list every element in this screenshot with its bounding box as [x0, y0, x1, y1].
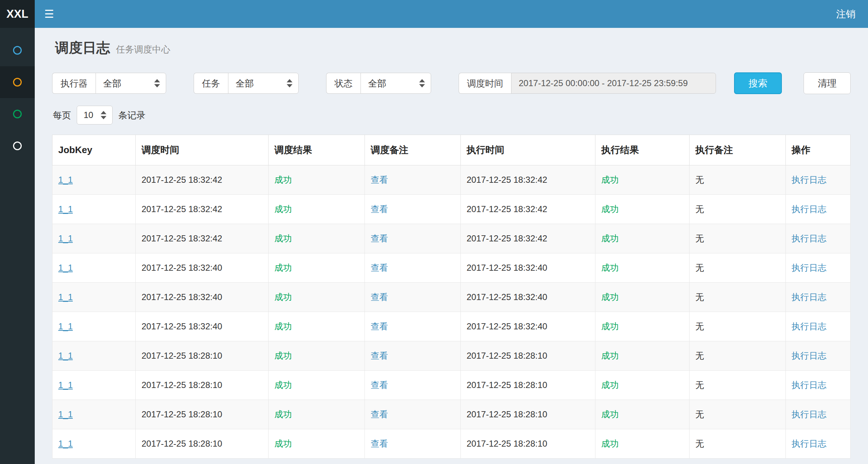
dispatch-remark-link[interactable]: 查看 [371, 204, 388, 214]
jobkey-link[interactable]: 1_1 [58, 351, 73, 360]
exec-log-link[interactable]: 执行日志 [792, 409, 826, 419]
circle-icon [13, 142, 22, 150]
dispatch-remark-link[interactable]: 查看 [371, 439, 388, 448]
executor-select[interactable]: 全部 [96, 73, 166, 94]
exec-log-link[interactable]: 执行日志 [792, 204, 826, 214]
dispatch-remark-link[interactable]: 查看 [371, 263, 388, 273]
page-size-select[interactable]: 10 [77, 106, 113, 125]
exec-time-cell: 2017-12-25 18:28:10 [461, 341, 595, 371]
page-subtitle: 任务调度中心 [116, 44, 170, 54]
select-arrows-icon [287, 79, 292, 88]
dispatch-remark-link[interactable]: 查看 [371, 321, 388, 331]
exec-log-link[interactable]: 执行日志 [792, 263, 826, 273]
select-arrows-icon [154, 79, 160, 88]
exec-time-cell: 2017-12-25 18:32:42 [461, 224, 595, 253]
log-table-container: JobKey调度时间调度结果调度备注执行时间执行结果执行备注操作 1_1 201… [52, 135, 851, 459]
log-table-body: 1_1 2017-12-25 18:32:42 成功 查看 2017-12-25… [52, 165, 851, 459]
dispatch-remark-link[interactable]: 查看 [371, 175, 388, 185]
exec-log-link[interactable]: 执行日志 [792, 351, 826, 360]
dispatch-remark-link[interactable]: 查看 [371, 233, 388, 243]
hamburger-menu-icon[interactable]: ☰ [35, 0, 64, 28]
dispatch-time-range-input[interactable] [511, 73, 716, 94]
circle-icon [13, 46, 22, 55]
search-button[interactable]: 搜索 [734, 72, 782, 94]
dispatch-result-cell: 成功 [269, 400, 365, 429]
dispatch-result-cell: 成功 [269, 165, 365, 195]
exec-time-cell: 2017-12-25 18:32:40 [461, 312, 595, 341]
dispatch-time-cell: 2017-12-25 18:32:42 [136, 195, 269, 224]
sidebar-item-dashboard[interactable] [0, 34, 35, 66]
job-select[interactable]: 全部 [228, 73, 299, 94]
exec-log-link[interactable]: 执行日志 [792, 175, 826, 185]
dispatch-time-cell: 2017-12-25 18:32:40 [136, 283, 269, 312]
exec-log-link[interactable]: 执行日志 [792, 439, 826, 448]
jobkey-link[interactable]: 1_1 [58, 175, 73, 185]
exec-remark-cell: 无 [690, 165, 786, 195]
exec-result-cell: 成功 [595, 195, 690, 224]
status-label: 状态 [326, 73, 361, 94]
jobkey-link[interactable]: 1_1 [58, 233, 73, 243]
executor-label: 执行器 [52, 73, 96, 94]
dispatch-time-cell: 2017-12-25 18:28:10 [136, 341, 269, 371]
dispatch-result-cell: 成功 [269, 371, 365, 400]
column-header: 调度结果 [269, 135, 365, 165]
status-select[interactable]: 全部 [361, 73, 431, 94]
exec-result-cell: 成功 [595, 400, 690, 429]
table-row: 1_1 2017-12-25 18:32:42 成功 查看 2017-12-25… [52, 165, 851, 195]
exec-remark-cell: 无 [690, 312, 786, 341]
jobkey-link[interactable]: 1_1 [58, 380, 73, 390]
column-header: 调度时间 [136, 135, 269, 165]
main-content: 调度日志 任务调度中心 执行器 全部 任务 全部 状态 全部 [35, 28, 868, 464]
page-size-value: 10 [84, 110, 93, 120]
status-filter: 状态 全部 [326, 73, 431, 94]
dispatch-time-cell: 2017-12-25 18:28:10 [136, 371, 269, 400]
dispatch-remark-link[interactable]: 查看 [371, 351, 388, 360]
log-table: JobKey调度时间调度结果调度备注执行时间执行结果执行备注操作 1_1 201… [52, 135, 851, 459]
jobkey-link[interactable]: 1_1 [58, 321, 73, 331]
exec-result-cell: 成功 [595, 165, 690, 195]
table-row: 1_1 2017-12-25 18:32:42 成功 查看 2017-12-25… [52, 224, 851, 253]
column-header: 执行结果 [595, 135, 690, 165]
dispatch-remark-link[interactable]: 查看 [371, 409, 388, 419]
jobkey-link[interactable]: 1_1 [58, 439, 73, 448]
exec-time-cell: 2017-12-25 18:28:10 [461, 429, 595, 459]
exec-remark-cell: 无 [690, 400, 786, 429]
page-size-row: 每页 10 条记录 [52, 106, 851, 125]
sidebar-item-job-manage[interactable] [0, 66, 35, 98]
exec-log-link[interactable]: 执行日志 [792, 321, 826, 331]
dispatch-remark-link[interactable]: 查看 [371, 380, 388, 390]
logout-button[interactable]: 注销 [824, 0, 868, 28]
executor-select-value: 全部 [103, 77, 121, 89]
job-filter: 任务 全部 [194, 73, 299, 94]
table-row: 1_1 2017-12-25 18:28:10 成功 查看 2017-12-25… [52, 341, 851, 371]
jobkey-link[interactable]: 1_1 [58, 204, 73, 214]
jobkey-link[interactable]: 1_1 [58, 292, 73, 302]
jobkey-link[interactable]: 1_1 [58, 409, 73, 419]
navbar-spacer [64, 0, 824, 28]
exec-log-link[interactable]: 执行日志 [792, 380, 826, 390]
dispatch-time-filter: 调度时间 [459, 73, 716, 94]
exec-remark-cell: 无 [690, 283, 786, 312]
dispatch-result-cell: 成功 [269, 429, 365, 459]
clean-button[interactable]: 清理 [804, 72, 851, 94]
table-row: 1_1 2017-12-25 18:32:40 成功 查看 2017-12-25… [52, 253, 851, 283]
sidebar-item-executor-manage[interactable] [0, 130, 35, 162]
column-header: JobKey [52, 135, 136, 165]
select-arrows-icon [101, 111, 106, 119]
sidebar-item-job-log[interactable] [0, 98, 35, 130]
dispatch-remark-link[interactable]: 查看 [371, 292, 388, 302]
exec-result-cell: 成功 [595, 253, 690, 283]
exec-time-cell: 2017-12-25 18:32:40 [461, 283, 595, 312]
table-row: 1_1 2017-12-25 18:32:40 成功 查看 2017-12-25… [52, 283, 851, 312]
table-row: 1_1 2017-12-25 18:32:42 成功 查看 2017-12-25… [52, 195, 851, 224]
exec-time-cell: 2017-12-25 18:32:42 [461, 195, 595, 224]
exec-log-link[interactable]: 执行日志 [792, 233, 826, 243]
dispatch-result-cell: 成功 [269, 195, 365, 224]
exec-log-link[interactable]: 执行日志 [792, 292, 826, 302]
app-logo[interactable]: XXL [0, 0, 35, 28]
exec-remark-cell: 无 [690, 224, 786, 253]
dispatch-time-cell: 2017-12-25 18:28:10 [136, 400, 269, 429]
dispatch-time-cell: 2017-12-25 18:32:42 [136, 224, 269, 253]
jobkey-link[interactable]: 1_1 [58, 263, 73, 273]
column-header: 执行备注 [690, 135, 786, 165]
